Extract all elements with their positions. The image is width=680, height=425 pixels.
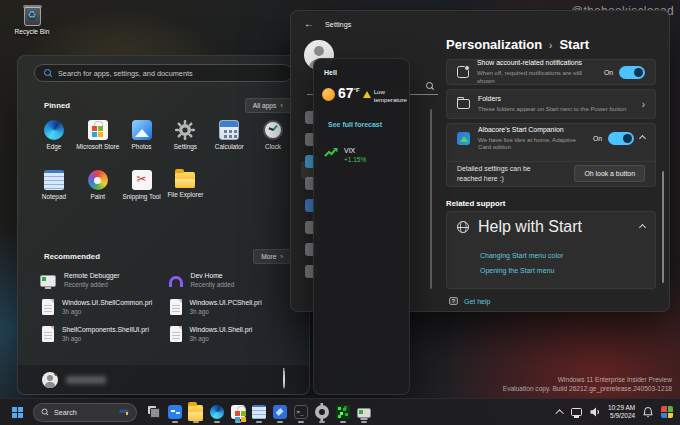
- file-explorer-icon: [175, 172, 195, 188]
- recommended-item[interactable]: Windows.UI.Shell.pri3h ago: [168, 324, 296, 344]
- user-avatar: [42, 372, 58, 388]
- get-help-link[interactable]: ? Get help: [449, 297, 490, 305]
- pinned-app-paint[interactable]: Paint: [76, 168, 120, 210]
- settings-gear-icon: [315, 405, 329, 419]
- help-card: Help with Start Changing Start menu colo…: [446, 211, 656, 289]
- recommended-item[interactable]: Windows.UI.ShellCommon.pri3h ago: [40, 297, 168, 317]
- taskbar-app-file-explorer[interactable]: [185, 400, 206, 424]
- recycle-bin-icon: [24, 7, 41, 26]
- speaker-icon[interactable]: [589, 406, 601, 418]
- desktop: @thebookisclosed Windows 11 Enterprise I…: [0, 0, 680, 425]
- taskbar-app-remote-debugger[interactable]: [353, 400, 374, 424]
- feedback-hub-icon: [273, 405, 287, 419]
- taskbar-app-edge[interactable]: [206, 400, 227, 424]
- toggle-state-label: On: [604, 69, 613, 76]
- taskbar-app-blue[interactable]: [164, 400, 185, 424]
- recommended-item[interactable]: Dev HomeRecently added: [168, 270, 296, 290]
- pinned-app-calculator[interactable]: Calculator: [207, 118, 251, 160]
- recommended-item[interactable]: Remote DebuggerRecently added: [40, 270, 168, 290]
- weather-summary[interactable]: 67°F Low temperature: [322, 86, 400, 104]
- pinned-app-settings[interactable]: Settings: [163, 118, 207, 160]
- warning-icon: [363, 91, 371, 98]
- document-icon: [42, 299, 54, 315]
- recommended-item[interactable]: Windows.UI.PCShell.pri3h ago: [168, 297, 296, 317]
- help-card-header[interactable]: Help with Start: [447, 212, 655, 242]
- tray-clock[interactable]: 10:29 AM 5/9/2024: [608, 404, 635, 421]
- setting-row-folders[interactable]: FoldersThese folders appear on Start nex…: [446, 89, 656, 119]
- chevron-right-icon: ›: [280, 253, 283, 261]
- notification-badge: [54, 372, 58, 376]
- taskbar-app-feedback[interactable]: [269, 400, 290, 424]
- microsoft-store-icon: [88, 120, 108, 140]
- stock-symbol: VIX: [344, 147, 366, 154]
- power-button[interactable]: [283, 371, 285, 389]
- dev-home-icon: [169, 276, 183, 287]
- document-icon: [170, 326, 182, 342]
- setting-row-start-companion: Albacore's Start CompanionWe have live t…: [446, 123, 656, 187]
- remote-debugger-icon: [357, 408, 371, 418]
- pinned-app-clock[interactable]: Clock: [251, 118, 295, 160]
- recommended-item[interactable]: ShellComponents.ShellUI.pri3h ago: [40, 324, 168, 344]
- taskbar-app-green[interactable]: [332, 400, 353, 424]
- chevron-up-icon: [639, 223, 646, 230]
- taskbar-app-notepad[interactable]: [248, 400, 269, 424]
- pinned-app-edge[interactable]: Edge: [32, 118, 76, 160]
- tray-chevron-up-icon[interactable]: [555, 409, 563, 417]
- start-search-input[interactable]: Search for apps, settings, and documents: [34, 64, 293, 82]
- start-companion-header[interactable]: Albacore's Start CompanionWe have live t…: [447, 124, 655, 153]
- start-search-placeholder: Search for apps, settings, and documents: [58, 69, 193, 78]
- sun-icon: [322, 88, 335, 101]
- trend-up-icon: [324, 147, 338, 158]
- breadcrumb-parent[interactable]: Personalization: [446, 37, 542, 52]
- search-icon: [42, 409, 49, 416]
- stock-ticker[interactable]: VIX+1.15%: [324, 147, 366, 163]
- help-link-opening-start-menu[interactable]: Opening the Start menu: [480, 267, 655, 274]
- more-button[interactable]: More ›: [253, 249, 291, 264]
- user-name-redacted: [66, 376, 106, 384]
- chevron-up-icon[interactable]: [639, 135, 646, 142]
- start-button[interactable]: [5, 400, 29, 424]
- start-companion-toggle[interactable]: [608, 132, 634, 145]
- see-full-forecast-link[interactable]: See full forecast: [328, 121, 382, 128]
- calculator-icon: [219, 120, 239, 140]
- start-companion-detail: Detailed settings can be reached here :)…: [447, 161, 655, 186]
- notepad-icon: [44, 170, 64, 190]
- taskbar-search-box[interactable]: Search: [33, 403, 137, 422]
- related-support-heading: Related support: [446, 199, 505, 208]
- notifications-toggle[interactable]: [619, 66, 645, 79]
- clock-icon: [263, 120, 283, 140]
- taskbar-app-terminal[interactable]: [290, 400, 311, 424]
- pinned-app-microsoft-store[interactable]: Microsoft Store: [76, 118, 120, 160]
- all-apps-button[interactable]: All apps ›: [245, 98, 291, 113]
- oh-look-a-button[interactable]: Oh look a button: [574, 165, 645, 182]
- taskbar-app-microsoft-store[interactable]: [227, 400, 248, 424]
- colorful-tray-icon[interactable]: [661, 406, 673, 418]
- recommended-heading: Recommended: [44, 252, 100, 261]
- tray-time: 10:29 AM: [608, 404, 635, 412]
- start-companion-icon: [457, 132, 470, 145]
- help-link-start-menu-color[interactable]: Changing Start menu color: [480, 252, 655, 259]
- settings-nav-scrollbar[interactable]: [430, 109, 432, 289]
- taskbar-app-settings[interactable]: [311, 400, 332, 424]
- user-account-button[interactable]: [42, 372, 106, 388]
- snipping-tool-icon: [132, 170, 152, 190]
- search-icon: [44, 69, 52, 77]
- back-button[interactable]: ←: [304, 18, 314, 29]
- pinned-app-notepad[interactable]: Notepad: [32, 168, 76, 210]
- pinned-app-file-explorer[interactable]: File Explorer: [163, 168, 207, 210]
- pinned-app-photos[interactable]: Photos: [120, 118, 164, 160]
- globe-icon: [457, 221, 469, 233]
- task-view-button[interactable]: [143, 400, 164, 424]
- search-highlight-icon: [119, 409, 129, 416]
- notification-bell-icon[interactable]: [642, 406, 654, 418]
- setting-row-account-notifications: Show account-related notificationsWhen o…: [446, 59, 656, 85]
- power-icon: [283, 370, 285, 389]
- pinned-app-snipping-tool[interactable]: Snipping Tool: [120, 168, 164, 210]
- window-title: Settings: [325, 20, 351, 29]
- chevron-right-icon: ›: [642, 99, 645, 110]
- recycle-bin-shortcut[interactable]: Recycle Bin: [8, 7, 56, 35]
- display-tray-icon[interactable]: [571, 408, 582, 416]
- taskbar: Search 10:29 AM 5/9/2024: [0, 398, 680, 425]
- settings-window-scrollbar[interactable]: [662, 171, 664, 283]
- toggle-state-label: On: [593, 135, 602, 142]
